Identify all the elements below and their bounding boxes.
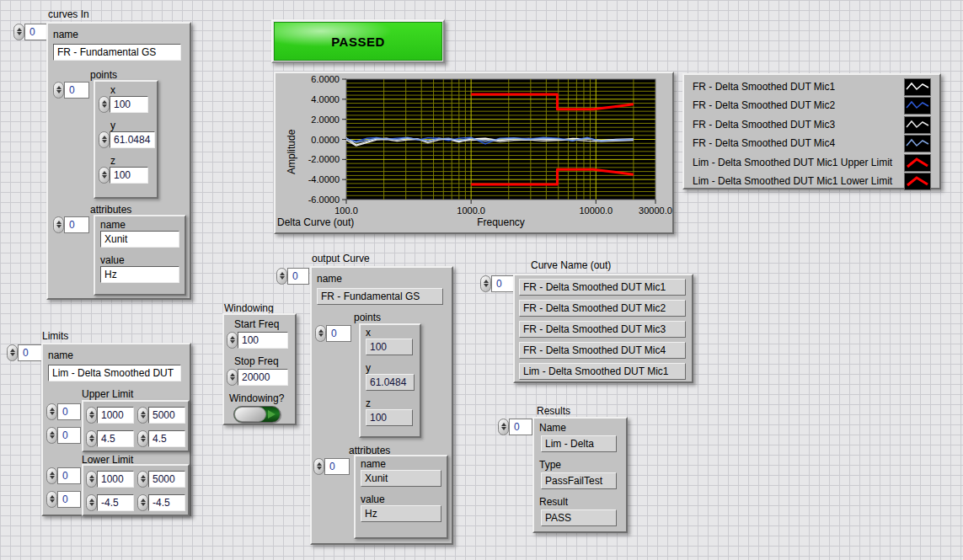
- output-points-index-spinner[interactable]: [315, 325, 326, 342]
- output-attributes-index-field[interactable]: 0: [324, 458, 350, 475]
- legend-row[interactable]: FR - Delta Smoothed DUT Mic3: [684, 115, 939, 134]
- legend-line-sample-icon[interactable]: [904, 173, 931, 190]
- increment-icon[interactable]: [230, 373, 235, 376]
- results-index-field[interactable]: 0: [509, 419, 532, 435]
- decrement-icon[interactable]: [89, 479, 94, 483]
- lower-amp1-spinner[interactable]: [86, 494, 97, 511]
- limits-index-spinner[interactable]: [7, 344, 18, 361]
- curves-in-name-field[interactable]: FR - Fundamental GS: [53, 44, 181, 61]
- decrement-icon[interactable]: [230, 377, 235, 381]
- start-freq-spinner[interactable]: [227, 332, 238, 349]
- upper-index-spinner-1[interactable]: [46, 427, 57, 444]
- decrement-icon[interactable]: [141, 415, 146, 419]
- decrement-icon[interactable]: [89, 439, 94, 442]
- decrement-icon[interactable]: [230, 340, 235, 344]
- increment-icon[interactable]: [50, 495, 55, 499]
- stop-freq-spinner[interactable]: [227, 369, 238, 386]
- increment-icon[interactable]: [102, 136, 107, 139]
- legend-line-sample-icon[interactable]: [904, 78, 931, 96]
- upper-index-field-0[interactable]: 0: [57, 403, 81, 420]
- limits-name-field[interactable]: Lim - Delta Smoothed DUT: [48, 365, 181, 381]
- legend-line-sample-icon[interactable]: [904, 154, 931, 172]
- upper-freq1-field[interactable]: 1000: [97, 407, 134, 424]
- decrement-icon[interactable]: [484, 284, 489, 287]
- legend-row[interactable]: FR - Delta Smoothed DUT Mic2: [684, 96, 939, 115]
- legend-line-sample-icon[interactable]: [904, 116, 931, 134]
- output-points-index-field[interactable]: 0: [326, 325, 351, 342]
- increment-icon[interactable]: [50, 408, 55, 411]
- lower-amp2-spinner[interactable]: [137, 494, 148, 511]
- upper-amp1-spinner[interactable]: [86, 430, 97, 447]
- lower-freq1-spinner[interactable]: [86, 471, 97, 488]
- increment-icon[interactable]: [501, 423, 506, 426]
- increment-icon[interactable]: [141, 499, 146, 502]
- decrement-icon[interactable]: [10, 353, 15, 356]
- results-index-spinner[interactable]: [498, 419, 509, 435]
- increment-icon[interactable]: [89, 475, 94, 478]
- increment-icon[interactable]: [141, 475, 146, 478]
- legend-row[interactable]: Lim - Delta Smoothed DUT Mic1 Lower Limi…: [684, 172, 939, 190]
- decrement-icon[interactable]: [102, 104, 107, 108]
- switch-knob[interactable]: [234, 407, 266, 422]
- decrement-icon[interactable]: [50, 476, 55, 479]
- increment-icon[interactable]: [89, 499, 94, 502]
- x-spinner[interactable]: [99, 96, 110, 113]
- start-freq-field[interactable]: 100: [238, 332, 288, 349]
- lower-freq2-spinner[interactable]: [137, 471, 148, 488]
- increment-icon[interactable]: [17, 28, 22, 31]
- increment-icon[interactable]: [89, 411, 94, 414]
- output-curve-index-field[interactable]: 0: [287, 268, 309, 285]
- decrement-icon[interactable]: [50, 435, 55, 439]
- decrement-icon[interactable]: [56, 90, 62, 93]
- lower-amp2-field[interactable]: -4.5: [148, 494, 185, 511]
- curve-name-index-spinner[interactable]: [480, 275, 491, 292]
- increment-icon[interactable]: [484, 280, 489, 283]
- increment-icon[interactable]: [56, 86, 62, 89]
- lower-freq2-field[interactable]: 5000: [148, 471, 185, 488]
- legend-row[interactable]: Lim - Delta Smoothed DUT Mic1 Upper Limi…: [684, 153, 939, 172]
- lower-index-field-0[interactable]: 0: [57, 467, 81, 484]
- increment-icon[interactable]: [141, 435, 146, 438]
- decrement-icon[interactable]: [50, 499, 55, 503]
- increment-icon[interactable]: [318, 329, 324, 333]
- decrement-icon[interactable]: [141, 479, 146, 483]
- increment-icon[interactable]: [50, 472, 55, 475]
- increment-icon[interactable]: [102, 100, 107, 104]
- decrement-icon[interactable]: [501, 427, 506, 430]
- upper-index-spinner-0[interactable]: [46, 403, 57, 420]
- lower-index-field-1[interactable]: 0: [57, 491, 81, 508]
- lower-index-spinner-0[interactable]: [46, 467, 57, 484]
- upper-freq2-spinner[interactable]: [137, 407, 148, 424]
- attributes-index-spinner[interactable]: [53, 216, 64, 233]
- x-field[interactable]: 100: [110, 96, 148, 113]
- increment-icon[interactable]: [89, 435, 94, 438]
- attr-value-field[interactable]: Hz: [100, 266, 179, 283]
- attributes-index-field[interactable]: 0: [64, 216, 89, 233]
- lower-amp1-field[interactable]: -4.5: [97, 494, 134, 511]
- decrement-icon[interactable]: [317, 467, 322, 470]
- output-attributes-index-spinner[interactable]: [313, 458, 324, 475]
- z-spinner[interactable]: [99, 167, 110, 184]
- upper-amp1-field[interactable]: 4.5: [97, 430, 134, 447]
- decrement-icon[interactable]: [89, 503, 94, 506]
- legend-line-sample-icon[interactable]: [904, 135, 931, 152]
- output-curve-index-spinner[interactable]: [276, 268, 287, 285]
- increment-icon[interactable]: [56, 221, 62, 224]
- upper-index-field-1[interactable]: 0: [57, 427, 81, 444]
- legend-row[interactable]: FR - Delta Smoothed DUT Mic1: [684, 77, 939, 96]
- points-index-spinner[interactable]: [53, 82, 64, 99]
- upper-amp2-field[interactable]: 4.5: [148, 430, 185, 447]
- increment-icon[interactable]: [317, 462, 322, 466]
- attr-name-field[interactable]: Xunit: [100, 231, 179, 248]
- y-field[interactable]: 61.0484: [110, 131, 155, 148]
- decrement-icon[interactable]: [280, 276, 285, 280]
- curves-in-index-spinner[interactable]: [13, 24, 24, 40]
- decrement-icon[interactable]: [17, 32, 22, 35]
- legend-line-sample-icon[interactable]: [904, 97, 931, 115]
- decrement-icon[interactable]: [141, 439, 146, 442]
- upper-amp2-spinner[interactable]: [137, 430, 148, 447]
- decrement-icon[interactable]: [89, 415, 94, 419]
- increment-icon[interactable]: [280, 272, 285, 275]
- points-index-field[interactable]: 0: [64, 82, 89, 99]
- increment-icon[interactable]: [230, 336, 235, 339]
